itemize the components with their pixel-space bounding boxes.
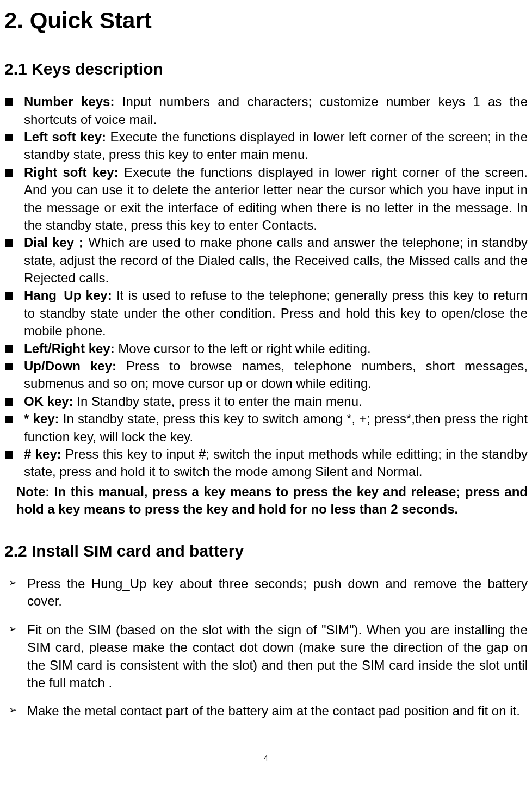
list-item: Press the Hung_Up key about three second… <box>4 575 528 610</box>
key-label: * key: <box>24 411 59 426</box>
key-label: Hang_Up key: <box>24 288 112 302</box>
page-title: 2. Quick Start <box>4 5 528 36</box>
section-heading-install: 2.2 Install SIM card and battery <box>4 540 528 563</box>
page-number: 4 <box>4 753 528 763</box>
key-label: Dial key： <box>24 235 88 250</box>
key-label: Up/Down key: <box>24 359 116 373</box>
section-heading-keys: 2.1 Keys description <box>4 58 528 81</box>
list-item: Fit on the SIM (based on the slot with t… <box>4 621 528 692</box>
list-item: Make the metal contact part of the batte… <box>4 702 528 720</box>
list-item: * key: In standby state, press this key … <box>4 410 528 446</box>
list-item: Left/Right key: Move cursor to the left … <box>4 340 528 357</box>
list-item: Up/Down key: Press to browse names, tele… <box>4 357 528 393</box>
list-item: Right soft key: Execute the functions di… <box>4 164 528 234</box>
list-item: Dial key：Which are used to make phone ca… <box>4 234 528 287</box>
key-label: # key: <box>24 447 61 461</box>
key-label: OK key: <box>24 394 73 409</box>
list-item: Left soft key: Execute the functions dis… <box>4 128 528 164</box>
keys-list: Number keys: Input numbers and character… <box>4 93 528 481</box>
note-text: Note: In this manual, press a key means … <box>4 483 528 518</box>
key-text: Move cursor to the left or right while e… <box>115 341 371 356</box>
key-text: Press this key to input #; switch the in… <box>24 447 528 479</box>
key-label: Left/Right key: <box>24 341 115 356</box>
key-label: Number keys: <box>24 94 114 109</box>
key-label: Right soft key: <box>24 165 119 180</box>
steps-list: Press the Hung_Up key about three second… <box>4 575 528 720</box>
key-text: In standby state, press this key to swit… <box>24 411 528 443</box>
key-text: In Standby state, press it to enter the … <box>73 394 362 409</box>
key-label: Left soft key: <box>24 129 106 144</box>
list-item: Number keys: Input numbers and character… <box>4 93 528 128</box>
key-text: Which are used to make phone calls and a… <box>24 235 528 285</box>
list-item: OK key: In Standby state, press it to en… <box>4 393 528 410</box>
list-item: # key: Press this key to input #; switch… <box>4 446 528 481</box>
list-item: Hang_Up key: It is used to refuse to the… <box>4 287 528 339</box>
